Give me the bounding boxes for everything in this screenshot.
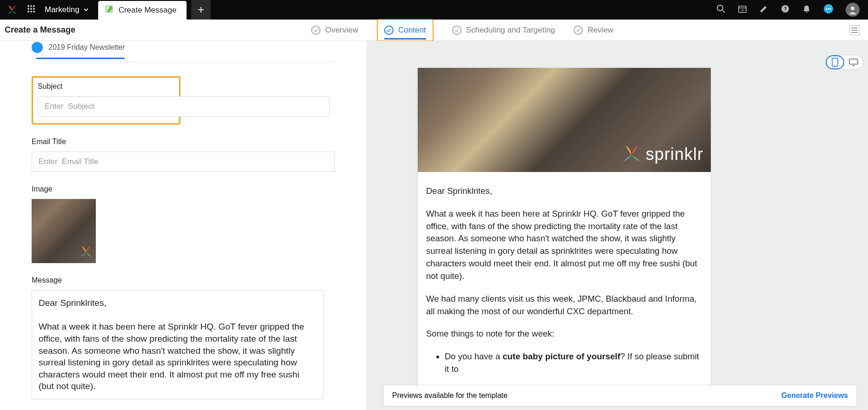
message-textarea[interactable]: Dear Sprinklrites, What a week it has be… [32, 290, 324, 399]
top-bar: Marketing Create Message 29 ? [0, 0, 868, 20]
brand-text: sprinklr [646, 145, 703, 164]
svg-point-17 [828, 8, 829, 10]
svg-text:?: ? [784, 6, 787, 12]
desktop-icon [849, 59, 858, 66]
preview-bullet: Do you have a cute baby picture of yours… [445, 350, 702, 376]
preview-mobile-button[interactable] [826, 55, 844, 69]
preview-paragraph: We had many clients visit us this week, … [426, 293, 702, 318]
svg-point-7 [30, 11, 32, 13]
step-label: Scheduling and Targeting [466, 26, 555, 35]
preview-paragraph: Some things to note for the week: [426, 328, 702, 340]
svg-point-8 [33, 11, 35, 13]
svg-text:29: 29 [741, 9, 744, 12]
calendar-icon[interactable]: 29 [738, 4, 747, 15]
workspace-dropdown[interactable]: Marketing [45, 5, 89, 14]
preview-footer-bar: Previews available for the template Gene… [383, 385, 857, 406]
step-review[interactable]: Review [574, 21, 614, 40]
bell-icon[interactable] [802, 4, 811, 15]
compose-icon [105, 5, 114, 16]
image-thumbnail[interactable] [32, 199, 96, 263]
step-content[interactable]: Content [384, 21, 426, 40]
sprinklr-logo-icon [621, 143, 642, 165]
step-label: Content [398, 26, 426, 35]
svg-point-1 [30, 5, 32, 7]
tab-label: Create Message [119, 6, 177, 15]
plus-icon [197, 6, 205, 13]
template-dot-icon [32, 42, 43, 53]
svg-point-6 [27, 11, 29, 13]
template-chip[interactable]: 2019 Friday Newsletter [32, 41, 335, 56]
svg-point-4 [30, 8, 32, 10]
image-label: Image [32, 185, 335, 193]
svg-point-3 [27, 8, 29, 10]
svg-point-0 [27, 5, 29, 7]
step-scheduling[interactable]: Scheduling and Targeting [452, 21, 555, 40]
subject-highlight: Subject [32, 76, 180, 125]
tab-create-message[interactable]: Create Message [98, 1, 187, 20]
step-label: Overview [325, 26, 358, 35]
svg-point-19 [851, 7, 855, 10]
brand-logo [7, 4, 18, 15]
preview-device-toggle [825, 55, 863, 70]
preview-paragraph: What a week it has been here at Sprinklr… [426, 208, 702, 283]
preview-desktop-button[interactable] [844, 55, 863, 69]
check-circle-icon [452, 26, 461, 35]
help-icon[interactable]: ? [781, 4, 790, 15]
preview-footer-text: Previews available for the template [392, 391, 507, 400]
search-icon[interactable] [716, 4, 726, 15]
svg-point-5 [33, 8, 35, 10]
form-panel: 2019 Friday Newsletter Subject [0, 41, 367, 410]
svg-rect-22 [849, 59, 858, 64]
chat-icon[interactable] [823, 4, 834, 16]
svg-point-16 [826, 8, 828, 10]
mobile-icon [832, 58, 838, 67]
apps-grid-icon[interactable] [27, 5, 35, 15]
email-title-input[interactable] [32, 152, 335, 172]
template-underline [36, 58, 125, 59]
preview-body: Dear Sprinklrites, What a week it has be… [418, 172, 711, 392]
subject-input[interactable] [38, 96, 330, 117]
generate-previews-link[interactable]: Generate Previews [781, 391, 848, 400]
new-tab-button[interactable] [191, 0, 211, 20]
preview-panel: sprinklr Dear Sprinklrites, What a week … [367, 41, 868, 410]
check-circle-icon [574, 26, 583, 35]
svg-point-10 [717, 5, 723, 11]
email-title-label: Email Title [32, 138, 335, 146]
outline-toggle-button[interactable] [849, 25, 860, 35]
subject-label: Subject [38, 82, 174, 91]
template-name: 2019 Friday Newsletter [48, 43, 125, 52]
svg-point-18 [830, 8, 831, 10]
preview-hero-image: sprinklr [418, 68, 711, 172]
check-circle-icon [384, 26, 394, 35]
sprinklr-logo-icon [79, 245, 93, 260]
step-overview[interactable]: Overview [311, 21, 358, 40]
wizard-header: Create a Message Overview Content Schedu… [0, 20, 868, 41]
workspace-label: Marketing [45, 5, 80, 14]
preview-greeting: Dear Sprinklrites, [426, 185, 702, 198]
page-title: Create a Message [5, 25, 75, 35]
step-content-highlight: Content [377, 19, 434, 41]
chevron-down-icon [83, 7, 89, 13]
edit-icon[interactable] [759, 4, 768, 15]
check-circle-icon [311, 26, 320, 35]
svg-point-21 [835, 65, 835, 66]
step-label: Review [588, 26, 614, 35]
svg-point-2 [33, 5, 35, 7]
user-avatar[interactable] [846, 3, 860, 17]
email-preview: sprinklr Dear Sprinklrites, What a week … [418, 68, 711, 392]
message-label: Message [32, 276, 335, 284]
